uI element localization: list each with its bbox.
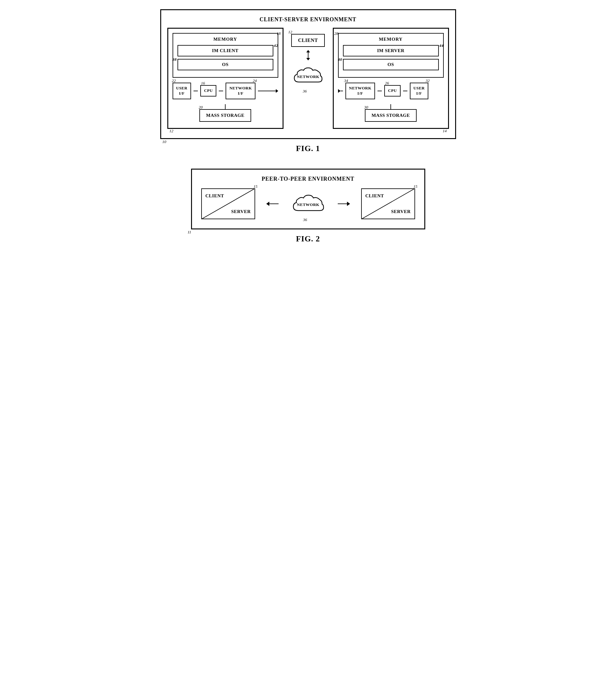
server-cpu-wrapper: 26 CPU — [384, 85, 400, 96]
client-network-if-wrapper: 24 NETWORKI/F — [226, 83, 256, 99]
server-os-ref: 40 — [338, 57, 342, 62]
network-cloud-wrapper: NETWORK 36 — [291, 64, 325, 88]
middle-client-box: CLIENT — [291, 34, 325, 47]
client-machine-box: 12 18 MEMORY IM CLIENT 42 OS 38 — [167, 28, 284, 129]
client-user-if-box: USERI/F — [172, 83, 191, 99]
server-connector-2 — [403, 91, 407, 91]
server-network-if-wrapper: 34 NETWORKI/F — [346, 83, 375, 99]
client-im-client-box: IM CLIENT 42 — [177, 45, 273, 56]
client-cpu-ref: 16 — [201, 81, 205, 86]
server-os-label: OS — [387, 62, 394, 67]
server-network-if-box: NETWORKI/F — [346, 83, 375, 99]
network-cloud-svg: NETWORK — [291, 64, 325, 88]
server-im-server-ref: 44 — [440, 43, 444, 48]
client-os-box: OS 38 — [177, 59, 273, 70]
client-memory-label: MEMORY — [177, 37, 273, 42]
server-mass-storage-wrapper: 30 MASS STORAGE — [365, 109, 417, 122]
client-user-if-ref: 22 — [172, 78, 176, 83]
client-cpu-wrapper: 16 CPU — [200, 85, 216, 96]
fig2-content: 15 CLIENT SERVER NETWORK — [201, 188, 415, 219]
fig2-outer-ref: 11 — [188, 230, 191, 235]
client-im-client-ref: 42 — [274, 43, 278, 48]
server-mass-storage-box: MASS STORAGE — [365, 109, 417, 122]
client-os-ref: 38 — [172, 57, 177, 62]
middle-client-wrapper: 12 CLIENT — [291, 34, 325, 47]
client-mass-storage-box: MASS STORAGE — [199, 109, 252, 122]
connector-line-1 — [193, 91, 198, 91]
fig2-label: FIG. 2 — [296, 234, 320, 244]
server-connector-1 — [378, 91, 382, 91]
svg-text:NETWORK: NETWORK — [297, 202, 319, 207]
client-user-if-wrapper: 22 USERI/F — [172, 83, 191, 99]
fig1-content: 12 18 MEMORY IM CLIENT 42 OS 38 — [167, 28, 449, 129]
fig2-wrapper: PEER-TO-PEER ENVIRONMENT 15 CLIENT SERVE… — [160, 169, 456, 244]
server-os-box: OS 40 — [343, 59, 439, 70]
svg-text:NETWORK: NETWORK — [297, 74, 319, 79]
fig1-outer-title: CLIENT-SERVER ENVIRONMENT — [167, 16, 449, 23]
client-machine-ref: 12 — [169, 129, 173, 134]
network-cloud-ref: 36 — [303, 89, 307, 94]
mass-storage-vline — [225, 104, 226, 109]
fig2-left-client-server-box: CLIENT SERVER — [201, 188, 255, 219]
fig2-network-ref: 36 — [303, 218, 307, 222]
client-network-if-ref: 24 — [253, 78, 257, 83]
client-network-arrow — [258, 89, 278, 93]
server-mass-storage-section: 30 MASS STORAGE — [338, 104, 444, 122]
fig2-network-cloud-svg: NETWORK — [290, 190, 327, 217]
client-cpu-box: CPU — [200, 85, 216, 96]
fig2-right-node-wrapper: 15 CLIENT SERVER — [361, 188, 415, 219]
client-mass-storage-ref: 20 — [199, 105, 203, 110]
server-user-if-box: USERI/F — [410, 83, 429, 99]
server-mass-storage-vline — [390, 104, 391, 109]
server-cpu-ref: 26 — [385, 81, 389, 86]
client-im-client-label: IM CLIENT — [212, 48, 238, 53]
server-network-arrow-in — [338, 89, 343, 93]
client-memory-ref1: 18 — [277, 31, 281, 36]
fig2-right-client-server-box: CLIENT SERVER — [361, 188, 415, 219]
server-machine-ref: 14 — [443, 129, 447, 134]
client-network-vertical-arrow — [306, 50, 310, 61]
client-mass-storage-section: 20 MASS STORAGE — [172, 104, 278, 122]
server-hw-row: 34 NETWORKI/F 26 CPU 32 USERI/F — [338, 83, 444, 99]
server-im-server-box: IM SERVER 44 — [343, 45, 439, 56]
fig2-right-arrow — [338, 202, 350, 206]
server-machine-box: 14 28 MEMORY IM SERVER 44 OS 40 — [333, 28, 449, 129]
middle-section: 12 CLIENT NETWORK 36 — [287, 28, 330, 88]
fig2-network-cloud-wrapper: NETWORK 36 — [290, 190, 327, 217]
fig2-left-node-wrapper: 15 CLIENT SERVER — [201, 188, 255, 219]
middle-client-ref: 12 — [288, 29, 292, 35]
connector-line-2 — [219, 91, 223, 91]
server-memory-ref1: 28 — [334, 31, 338, 36]
client-mass-storage-wrapper: 20 MASS STORAGE — [199, 109, 252, 122]
server-memory-box: 28 MEMORY IM SERVER 44 OS 40 — [338, 33, 444, 78]
server-mass-storage-ref: 30 — [364, 105, 368, 110]
server-network-if-ref: 34 — [344, 78, 348, 83]
fig2-left-arrow — [266, 202, 279, 206]
fig2-right-server-label: SERVER — [391, 209, 410, 214]
client-network-if-box: NETWORKI/F — [226, 83, 256, 99]
fig1-wrapper: CLIENT-SERVER ENVIRONMENT 12 18 MEMORY I… — [160, 9, 456, 153]
fig2-outer-title: PEER-TO-PEER ENVIRONMENT — [201, 176, 415, 182]
client-os-label: OS — [222, 62, 228, 67]
fig1-label: FIG. 1 — [296, 144, 320, 153]
fig1-outer-ref: 10 — [162, 139, 166, 144]
server-user-if-wrapper: 32 USERI/F — [410, 83, 429, 99]
fig1-outer-box: CLIENT-SERVER ENVIRONMENT 12 18 MEMORY I… — [160, 9, 456, 139]
server-cpu-box: CPU — [384, 85, 400, 96]
client-hw-row: 22 USERI/F 16 CPU 24 NETWORKI/F — [172, 83, 278, 99]
client-memory-box: 18 MEMORY IM CLIENT 42 OS 38 — [172, 33, 278, 78]
server-memory-label: MEMORY — [343, 37, 439, 42]
server-im-server-label: IM SERVER — [377, 48, 405, 53]
fig2-outer-box: PEER-TO-PEER ENVIRONMENT 15 CLIENT SERVE… — [191, 169, 425, 229]
server-user-if-ref: 32 — [426, 78, 430, 83]
fig2-left-server-label: SERVER — [231, 209, 251, 214]
